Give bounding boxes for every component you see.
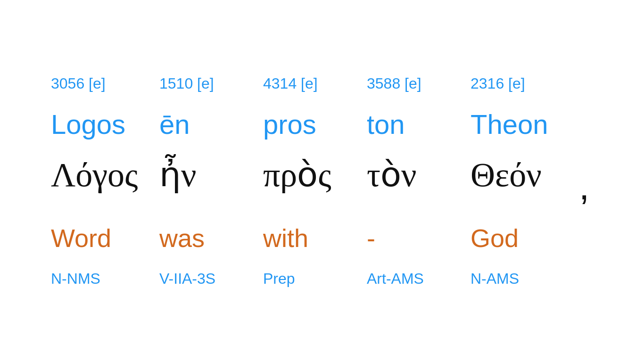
ref-col2[interactable]: 1510 [e]: [155, 71, 258, 96]
main-container: 3056 [e] 1510 [e] 4314 [e] 3588 [e] 2316…: [0, 0, 644, 362]
ref-col5[interactable]: 2316 [e]: [466, 71, 574, 96]
grammar-empty: [574, 266, 598, 291]
ref-col3[interactable]: 4314 [e]: [258, 71, 362, 96]
english-col1: Word: [46, 221, 155, 256]
english-empty: [574, 221, 598, 256]
ref-col1[interactable]: 3056 [e]: [46, 71, 155, 96]
greek-col3: πρὸς: [258, 153, 362, 211]
greek-col1: Λόγος: [46, 153, 155, 211]
grammar-col2: V-IIA-3S: [155, 266, 258, 291]
greek-col5: Θεόν: [466, 153, 574, 211]
english-col3: with: [258, 221, 362, 256]
grammar-col4: Art-AMS: [362, 266, 466, 291]
english-col4: -: [362, 221, 466, 256]
greek-col2: ἦν: [155, 153, 258, 211]
translit-col2: ēn: [155, 106, 258, 143]
translit-col3: pros: [258, 106, 362, 143]
grammar-col3: Prep: [258, 266, 362, 291]
word-table: 3056 [e] 1510 [e] 4314 [e] 3588 [e] 2316…: [23, 52, 621, 310]
translit-col5: Theon: [466, 106, 574, 143]
punctuation-cell: ,: [574, 153, 598, 211]
translit-col1: Logos: [46, 106, 155, 143]
ref-col4[interactable]: 3588 [e]: [362, 71, 466, 96]
translit-col4: ton: [362, 106, 466, 143]
grammar-col1: N-NMS: [46, 266, 155, 291]
grammar-col5: N-AMS: [466, 266, 574, 291]
english-col5: God: [466, 221, 574, 256]
translit-empty: [574, 106, 598, 143]
english-col2: was: [155, 221, 258, 256]
greek-col4: τὸν: [362, 153, 466, 211]
ref-empty: [574, 71, 598, 96]
